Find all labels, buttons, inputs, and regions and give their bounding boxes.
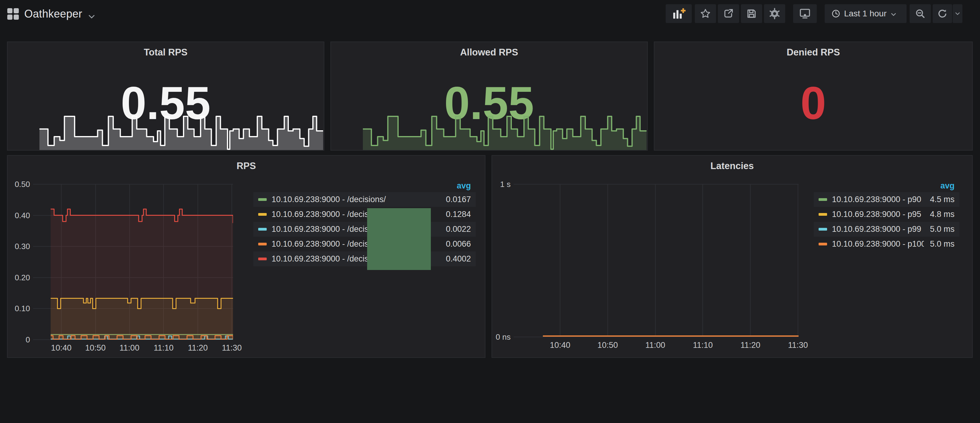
axis-tick-label: 0: [26, 335, 30, 345]
axis-tick-label: 0.40: [14, 211, 30, 220]
refresh-interval-dropdown[interactable]: [953, 4, 963, 23]
series-name[interactable]: 10.10.69.238:9000 - p99: [832, 225, 924, 234]
series-color-swatch[interactable]: [819, 243, 827, 246]
axis-tick-label: 11:00: [119, 343, 140, 353]
share-button[interactable]: [718, 4, 739, 23]
panel-latencies-graph: Latencies 1 s0 ns 10:4010:5011:0011:1011…: [492, 155, 973, 358]
panel-title[interactable]: Total RPS: [8, 47, 324, 58]
latencies-chart: [514, 184, 799, 337]
series-avg-value: 0.0022: [446, 225, 471, 234]
time-range-label: Last 1 hour: [844, 9, 886, 19]
panel-title[interactable]: Latencies: [492, 161, 972, 171]
panel-title[interactable]: Denied RPS: [654, 47, 972, 58]
axis-tick-label: 10:40: [550, 341, 570, 350]
total-rps-sparkline-chart: [40, 112, 323, 150]
clock-icon: [831, 9, 840, 18]
axis-tick-label: 0.20: [14, 273, 30, 282]
series-color-swatch[interactable]: [258, 243, 267, 246]
chevron-down-icon: [88, 9, 95, 22]
refresh-button[interactable]: [933, 4, 952, 23]
settings-button[interactable]: [764, 4, 785, 23]
axis-tick-label: 11:00: [645, 341, 665, 350]
chevron-down-icon: [955, 12, 960, 15]
series-color-swatch[interactable]: [819, 228, 827, 231]
legend-row[interactable]: 10.10.69.238:9000 - p100 5.0 ms: [814, 237, 959, 252]
series-name[interactable]: 10.10.69.238:9000 - p100: [832, 239, 924, 249]
rps-plot-area[interactable]: [33, 184, 233, 340]
series-avg-value: 5.0 ms: [930, 225, 955, 234]
series-color-swatch[interactable]: [258, 228, 267, 231]
dashboard-title-dropdown[interactable]: Oathkeeper: [24, 0, 95, 28]
legend-avg-header[interactable]: avg: [457, 181, 471, 190]
dashboard-header: Oathkeeper: [0, 0, 980, 28]
y-axis: 1 s0 ns: [492, 184, 511, 337]
save-button[interactable]: [741, 4, 762, 23]
legend-row[interactable]: 10.10.69.238:9000 - /decisions/ 0.1284: [253, 207, 476, 222]
refresh-icon: [937, 8, 948, 19]
dashboard-title: Oathkeeper: [24, 8, 82, 20]
axis-tick-label: 11:30: [788, 341, 808, 350]
chevron-down-icon: [891, 9, 900, 19]
series-color-swatch[interactable]: [819, 213, 827, 216]
legend-row[interactable]: 10.10.69.238:9000 - p90 4.5 ms: [814, 192, 959, 207]
axis-tick-label: 11:20: [741, 341, 760, 350]
legend-row[interactable]: 10.10.69.238:9000 - /decisions/ 0.0167: [253, 192, 476, 207]
monitor-icon: [799, 8, 811, 20]
cycle-view-button[interactable]: [793, 4, 817, 23]
legend-row[interactable]: 10.10.69.238:9000 - /decisions/ 0.4002: [253, 252, 476, 266]
series-avg-value: 4.8 ms: [930, 210, 955, 219]
series-avg-value: 0.4002: [446, 254, 471, 264]
legend-row[interactable]: 10.10.69.238:9000 - /decisions/ 0.0066: [253, 237, 476, 252]
grid-icon[interactable]: [7, 8, 19, 20]
legend-header: avg: [814, 179, 959, 192]
axis-tick-label: 10:40: [51, 343, 72, 353]
allowed-rps-sparkline-chart: [363, 112, 647, 150]
series-color-swatch[interactable]: [258, 258, 267, 260]
series-avg-value: 0.0066: [446, 239, 471, 249]
zoom-out-button[interactable]: [910, 4, 931, 23]
series-avg-value: 5.0 ms: [930, 239, 955, 249]
series-name[interactable]: 10.10.69.238:9000 - p95: [832, 210, 924, 219]
axis-tick-label: 10:50: [85, 343, 106, 353]
axis-tick-label: 10:50: [597, 341, 618, 350]
singlestat-value: 0: [654, 80, 972, 126]
add-panel-button[interactable]: [666, 4, 692, 23]
panel-title[interactable]: RPS: [8, 161, 485, 171]
series-color-swatch[interactable]: [258, 198, 267, 201]
legend-avg-header[interactable]: avg: [940, 181, 955, 190]
x-axis: 10:4010:5011:0011:1011:2011:30: [33, 343, 233, 355]
axis-tick-label: 11:10: [154, 343, 174, 353]
sparkline: [40, 112, 323, 150]
legend-row[interactable]: 10.10.69.238:9000 - p95 4.8 ms: [814, 207, 959, 222]
share-icon: [723, 8, 734, 19]
add-panel-icon: [672, 7, 686, 20]
series-name[interactable]: 10.10.69.238:9000 - p90: [832, 195, 924, 204]
axis-tick-label: 11:20: [188, 343, 208, 353]
rps-chart: [33, 184, 233, 340]
y-axis: 0.500.400.300.200.100: [8, 184, 30, 340]
latencies-plot-area[interactable]: [514, 184, 799, 337]
axis-tick-label: 11:30: [222, 343, 242, 353]
legend-row[interactable]: 10.10.69.238:9000 - /decisions/ 0.0022: [253, 222, 476, 237]
rps-legend: avg 10.10.69.238:9000 - /decisions/ 0.01…: [253, 179, 476, 266]
sparkline: [363, 112, 647, 150]
time-range-picker[interactable]: Last 1 hour: [825, 4, 907, 23]
series-name[interactable]: 10.10.69.238:9000 - /decisions/: [272, 195, 440, 204]
axis-tick-label: 0.50: [14, 180, 30, 189]
series-avg-value: 4.5 ms: [930, 195, 955, 204]
x-axis: 10:4010:5011:0011:1011:2011:30: [514, 341, 799, 353]
series-color-swatch[interactable]: [819, 198, 827, 201]
grafana-dashboard: Oathkeeper: [0, 0, 980, 423]
zoom-out-icon: [915, 8, 926, 19]
star-button[interactable]: [695, 4, 716, 23]
panel-title[interactable]: Allowed RPS: [331, 47, 647, 58]
axis-tick-label: 11:10: [693, 341, 713, 350]
axis-tick-label: 0.10: [14, 304, 30, 313]
panel-total-rps: Total RPS 0.55: [7, 41, 325, 151]
axis-tick-label: 0 ns: [496, 333, 511, 342]
legend-header: avg: [253, 179, 476, 192]
dashboard-toolbar: Last 1 hour: [666, 4, 963, 23]
axis-tick-label: 0.30: [14, 242, 30, 251]
series-color-swatch[interactable]: [258, 213, 267, 216]
legend-row[interactable]: 10.10.69.238:9000 - p99 5.0 ms: [814, 222, 959, 237]
